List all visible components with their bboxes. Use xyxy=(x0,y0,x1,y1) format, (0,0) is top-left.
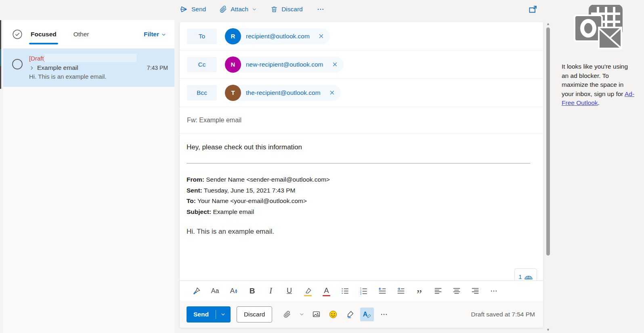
attach-file-button[interactable] xyxy=(280,308,294,321)
bullets-icon xyxy=(341,287,350,295)
more-options-button-top[interactable] xyxy=(317,5,325,13)
remove-recipient-icon[interactable] xyxy=(315,30,327,42)
select-all-icon[interactable] xyxy=(12,29,23,40)
outdent-icon xyxy=(378,287,387,295)
send-icon xyxy=(180,5,188,13)
font-button[interactable]: Aa xyxy=(208,284,222,298)
attach-button[interactable]: Attach xyxy=(220,6,257,13)
numbering-icon: 123 xyxy=(359,287,368,295)
chevron-down-icon xyxy=(161,32,166,37)
svg-text:3: 3 xyxy=(360,292,361,295)
subject-field[interactable]: Fw: Example email xyxy=(180,107,543,134)
align-right-button[interactable] xyxy=(468,284,482,298)
discard-label: Discard xyxy=(281,6,303,13)
select-message-radio[interactable] xyxy=(12,59,23,69)
insert-picture-button[interactable] xyxy=(309,308,323,321)
tab-focused-label: Focused xyxy=(31,31,57,38)
align-left-icon xyxy=(434,287,443,295)
dome-icon xyxy=(524,273,533,280)
send-button[interactable]: Send xyxy=(187,306,216,323)
discard-button-top[interactable]: Discard xyxy=(271,6,303,13)
font-color-bar xyxy=(323,295,330,296)
recipient-email: the-recipient@outlook.com xyxy=(246,89,321,96)
cc-button[interactable]: Cc xyxy=(187,57,217,72)
tab-other[interactable]: Other xyxy=(73,21,89,48)
align-left-button[interactable] xyxy=(431,284,445,298)
image-icon xyxy=(312,310,321,318)
editor-suggestion-badge[interactable]: 1 xyxy=(514,268,537,281)
bold-button[interactable]: B xyxy=(245,284,259,298)
recipient-pill-bcc[interactable]: T the-recipient@outlook.com xyxy=(225,85,341,101)
align-right-icon xyxy=(471,287,480,295)
discard-button[interactable]: Discard xyxy=(237,306,273,323)
bcc-field-row: Bcc T the-recipient@outlook.com xyxy=(180,79,543,107)
compose-toolbar: Send Attach Discard xyxy=(180,0,325,19)
font-size-button[interactable]: A ▴▾ xyxy=(227,284,240,298)
decrease-indent-button[interactable] xyxy=(375,284,389,298)
recipient-email: recipient@outlook.com xyxy=(246,33,310,40)
align-center-button[interactable] xyxy=(450,284,463,298)
align-center-icon xyxy=(452,287,461,295)
format-painter-icon xyxy=(192,287,201,295)
more-formatting-button[interactable] xyxy=(487,284,500,298)
compose-panel: To R recipient@outlook.com Cc N new-reci… xyxy=(180,22,543,328)
selected-item-edge-accent xyxy=(0,49,1,66)
to-field-row: To R recipient@outlook.com xyxy=(180,22,543,50)
pen-icon xyxy=(367,314,371,318)
ellipsis-icon xyxy=(490,287,498,295)
highlight-button[interactable] xyxy=(301,284,315,298)
cc-field-row: Cc N new-recipient@outlook.com xyxy=(180,50,543,79)
scroll-up-arrow[interactable]: ▲ xyxy=(545,21,551,26)
badge-count: 1 xyxy=(518,273,522,280)
draw-ink-button[interactable] xyxy=(343,308,357,321)
quoted-header-subject: Subject: Example email xyxy=(187,207,530,218)
avatar: R xyxy=(225,28,241,44)
filter-dropdown[interactable]: Filter xyxy=(144,31,166,38)
attach-options-chevron[interactable] xyxy=(297,308,306,321)
ellipsis-icon xyxy=(380,310,388,318)
bulleted-list-button[interactable] xyxy=(338,284,352,298)
attach-label: Attach xyxy=(231,6,248,13)
recipient-pill-cc[interactable]: N new-recipient@outlook.com xyxy=(225,57,344,73)
chevron-down-icon xyxy=(220,312,226,317)
send-button-top[interactable]: Send xyxy=(180,5,206,13)
vertical-scrollbar[interactable]: ▲ ▼ xyxy=(545,20,551,333)
mail-list-item-draft[interactable]: [Draft] Example email 7:43 PM Hi. This i… xyxy=(3,48,174,87)
scrollbar-thumb[interactable] xyxy=(546,27,550,256)
highlight-color-bar xyxy=(304,295,312,296)
indent-icon xyxy=(396,287,405,295)
ad-blocker-message: It looks like you're using an ad blocker… xyxy=(562,62,635,108)
scroll-down-arrow[interactable]: ▼ xyxy=(545,327,551,332)
italic-button[interactable]: I xyxy=(264,284,277,298)
insert-emoji-button[interactable] xyxy=(326,308,340,321)
size-arrows-icon: ▴▾ xyxy=(235,288,237,294)
send-split-button: Send xyxy=(187,306,231,323)
redacted-sender-highlight xyxy=(44,54,136,62)
ink-pen-icon xyxy=(346,310,355,318)
mail-item-time: 7:43 PM xyxy=(147,65,168,71)
to-button[interactable]: To xyxy=(187,29,217,44)
remove-recipient-icon[interactable] xyxy=(326,87,338,99)
tab-focused[interactable]: Focused xyxy=(31,21,57,48)
filter-label: Filter xyxy=(144,31,159,38)
message-body-editor[interactable]: Hey, please check out this information F… xyxy=(180,134,543,281)
send-options-chevron[interactable] xyxy=(216,306,231,323)
remove-recipient-icon[interactable] xyxy=(329,59,341,71)
quote-button[interactable]: ” xyxy=(413,284,426,298)
underline-button[interactable]: U xyxy=(283,284,296,298)
show-formatting-options-toggle[interactable]: A xyxy=(360,308,374,321)
quoted-body-text: Hi. This is an example email. xyxy=(187,228,530,236)
bcc-button[interactable]: Bcc xyxy=(187,85,217,101)
numbered-list-button[interactable]: 123 xyxy=(357,284,370,298)
font-color-button[interactable]: A xyxy=(320,284,333,298)
subject-text: Fw: Example email xyxy=(187,117,241,124)
expand-conversation-icon[interactable] xyxy=(29,65,34,71)
open-in-new-window-button[interactable] xyxy=(528,4,538,14)
format-painter-button[interactable] xyxy=(190,284,203,298)
increase-indent-button[interactable] xyxy=(394,284,407,298)
mail-item-subject: Example email xyxy=(37,64,144,71)
tab-active-underline xyxy=(29,43,58,44)
more-actions-button[interactable] xyxy=(377,308,391,321)
recipient-pill-to[interactable]: R recipient@outlook.com xyxy=(225,28,330,44)
chevron-down-icon xyxy=(252,7,257,12)
